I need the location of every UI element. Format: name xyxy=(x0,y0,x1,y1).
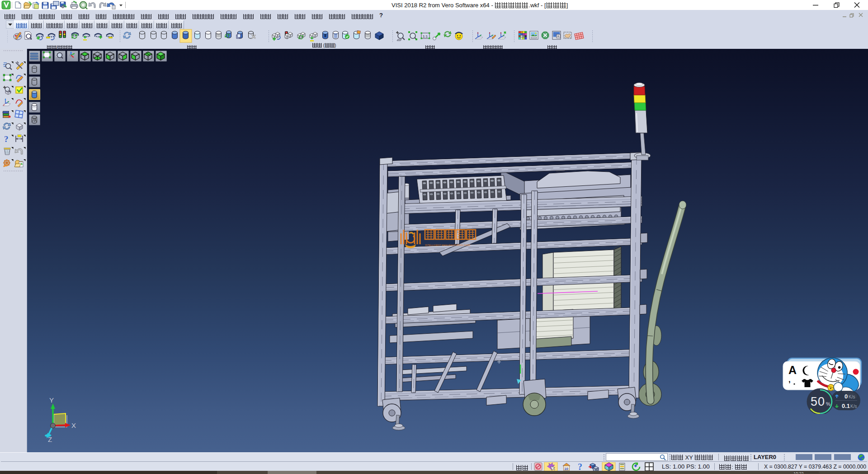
svg-text:0: 0 xyxy=(844,393,848,400)
svg-text:INTELLIGENT MANUFACTURING DATA: INTELLIGENT MANUFACTURING DATA xyxy=(425,243,471,246)
svg-text:Y: Y xyxy=(49,396,54,404)
svg-text:,: , xyxy=(788,375,791,384)
svg-text:Z: Z xyxy=(48,436,52,443)
svg-text:K/s: K/s xyxy=(850,404,857,409)
svg-text:10: 10 xyxy=(564,467,568,471)
svg-text:50: 50 xyxy=(811,395,825,408)
svg-text:?: ? xyxy=(4,134,9,144)
svg-text:X: X xyxy=(71,422,76,429)
svg-text:?: ? xyxy=(578,462,582,472)
svg-text:1:1: 1:1 xyxy=(423,34,428,38)
svg-text:%: % xyxy=(826,401,830,407)
svg-text:K/s: K/s xyxy=(849,394,855,399)
svg-text:A: A xyxy=(788,364,797,376)
svg-text:0.1: 0.1 xyxy=(842,403,850,409)
